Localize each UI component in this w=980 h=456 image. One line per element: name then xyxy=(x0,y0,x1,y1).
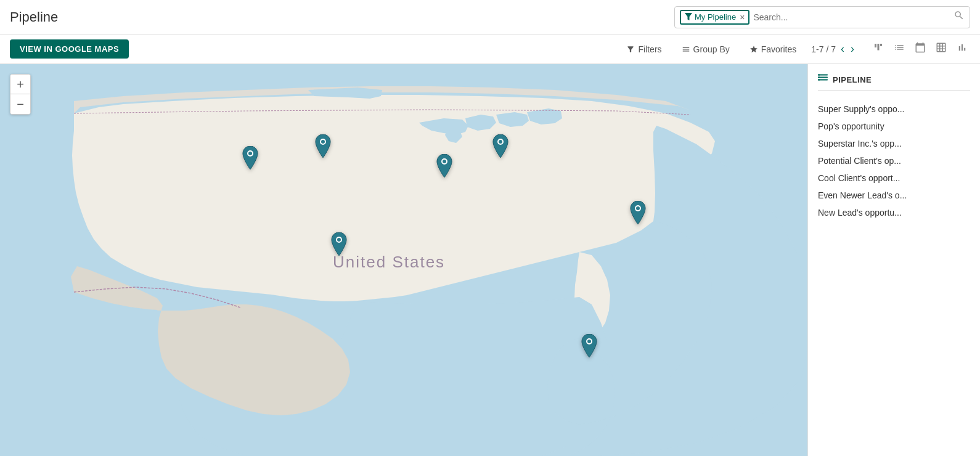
zoom-in-button[interactable]: + xyxy=(10,75,30,94)
group-by-label: Group By xyxy=(693,44,730,54)
sidebar-item[interactable]: Superstar Inc.'s opp... xyxy=(818,135,970,152)
sidebar-section-icon xyxy=(818,74,828,85)
sidebar-item[interactable]: New Lead's opportu... xyxy=(818,204,970,221)
svg-point-15 xyxy=(587,340,591,343)
pagination-next[interactable]: › xyxy=(849,43,855,55)
pagination: 1-7 / 7 ‹ › xyxy=(811,43,855,55)
svg-point-11 xyxy=(337,238,341,242)
toolbar: VIEW IN GOOGLE MAPS Filters Group By Fav… xyxy=(0,35,980,64)
sidebar-item[interactable]: Super Supply's oppo... xyxy=(818,100,970,118)
map-container: United States xyxy=(0,64,807,456)
filters-label: Filters xyxy=(638,44,661,54)
svg-point-13 xyxy=(636,206,640,210)
header: Pipeline My Pipeline × xyxy=(0,0,980,35)
filter-tag-close[interactable]: × xyxy=(740,12,745,22)
sidebar-items-list: Super Supply's oppo...Pop's opportunityS… xyxy=(818,100,970,221)
zoom-controls: + − xyxy=(10,74,31,115)
map-pin-2[interactable] xyxy=(313,134,333,162)
map-pin-1[interactable] xyxy=(240,146,260,174)
search-input[interactable] xyxy=(753,12,951,22)
view-icons xyxy=(870,39,970,59)
page-title: Pipeline xyxy=(10,9,58,25)
sidebar-header: PIPELINE xyxy=(818,74,970,91)
table-view-button[interactable] xyxy=(933,39,949,59)
sidebar-item[interactable]: Pop's opportunity xyxy=(818,118,970,135)
svg-point-7 xyxy=(443,160,446,163)
svg-rect-20 xyxy=(818,77,820,78)
kanban-icon xyxy=(873,42,884,53)
map-pin-5[interactable] xyxy=(329,232,349,260)
map-pin-3[interactable] xyxy=(435,154,454,182)
sidebar-item[interactable]: Potential Client's op... xyxy=(818,152,970,169)
chart-icon xyxy=(957,42,968,53)
kanban-view-button[interactable] xyxy=(870,39,886,59)
group-by-icon xyxy=(682,45,690,54)
svg-point-5 xyxy=(321,140,325,144)
pagination-text: 1-7 / 7 xyxy=(811,44,836,54)
group-by-button[interactable]: Group By xyxy=(677,42,735,57)
favorites-button[interactable]: Favorites xyxy=(745,42,802,57)
map-pin-7[interactable] xyxy=(579,334,599,362)
svg-rect-21 xyxy=(818,79,820,81)
star-icon xyxy=(749,45,758,54)
svg-text:United States: United States xyxy=(333,253,445,271)
svg-point-3 xyxy=(248,152,252,155)
zoom-out-button[interactable]: − xyxy=(10,94,30,114)
search-bar: My Pipeline × xyxy=(674,6,970,28)
map-svg: United States xyxy=(0,64,807,456)
sidebar-section-title: PIPELINE xyxy=(833,75,872,84)
sidebar: PIPELINE Super Supply's oppo...Pop's opp… xyxy=(807,64,980,456)
filter-tag-label: My Pipeline xyxy=(695,12,736,22)
calendar-icon xyxy=(915,42,926,53)
map-pin-4[interactable] xyxy=(491,134,510,162)
filter-icon xyxy=(685,13,692,22)
main-content: United States xyxy=(0,64,980,456)
sidebar-item[interactable]: Cool Client's opport... xyxy=(818,169,970,187)
chart-view-button[interactable] xyxy=(954,39,970,59)
filters-icon xyxy=(626,45,635,54)
favorites-label: Favorites xyxy=(761,44,797,54)
sidebar-item[interactable]: Even Newer Lead's o... xyxy=(818,187,970,204)
filter-tag[interactable]: My Pipeline × xyxy=(680,10,749,25)
list-view-button[interactable] xyxy=(891,39,907,59)
map-pin-6[interactable] xyxy=(628,201,648,229)
list-icon xyxy=(894,42,905,53)
search-icon[interactable] xyxy=(953,10,965,24)
svg-rect-19 xyxy=(818,75,820,76)
filters-button[interactable]: Filters xyxy=(621,42,666,57)
table-icon xyxy=(936,42,947,53)
view-in-google-maps-button[interactable]: VIEW IN GOOGLE MAPS xyxy=(10,39,129,59)
svg-point-9 xyxy=(499,140,502,144)
pagination-prev[interactable]: ‹ xyxy=(839,43,846,55)
toolbar-controls: Filters Group By Favorites 1-7 / 7 ‹ › xyxy=(621,39,970,59)
calendar-view-button[interactable] xyxy=(912,39,928,59)
